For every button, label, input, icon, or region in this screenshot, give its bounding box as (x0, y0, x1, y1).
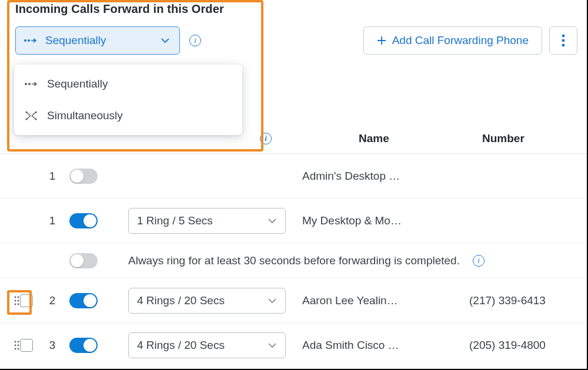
svg-point-3 (562, 39, 565, 42)
svg-point-18 (15, 341, 16, 342)
forward-mode-selected: Sequentially (45, 34, 106, 47)
forward-mode-menu: Sequentially Simultaneously (14, 65, 242, 135)
menu-item-label: Sequentially (47, 78, 108, 90)
menu-item-label: Simultaneously (47, 109, 123, 122)
ring-duration-select[interactable]: 4 Rings / 20 Secs (128, 332, 286, 358)
kebab-icon (562, 34, 565, 47)
svg-point-8 (25, 118, 27, 120)
row-checkbox[interactable] (20, 294, 33, 307)
sequential-icon (25, 80, 38, 88)
device-name: Ada Smith Cisco … (302, 339, 469, 352)
row-order: 2 (35, 294, 69, 307)
chevron-down-icon (161, 38, 170, 43)
page-title: Incoming Calls Forward in this Order (0, 0, 587, 16)
device-name: Aaron Lee Yealin… (302, 294, 469, 307)
row-order: 1 (35, 170, 69, 183)
phone-number: (205) 319-4800 (469, 339, 587, 352)
table-row: 34 Rings / 20 SecsAda Smith Cisco …(205)… (0, 323, 587, 368)
svg-point-11 (15, 296, 16, 298)
add-button-label: Add Call Forwarding Phone (392, 34, 529, 47)
ring-duration-value: 4 Rings / 20 Secs (137, 294, 225, 307)
svg-point-13 (15, 300, 16, 301)
svg-point-2 (562, 35, 565, 38)
active-toggle[interactable] (69, 338, 98, 353)
device-name: My Desktop & Mo… (302, 214, 469, 227)
plus-icon (377, 36, 386, 45)
menu-item-sequentially[interactable]: Sequentially (14, 68, 242, 100)
row-order: 1 (35, 214, 69, 227)
sequential-icon (24, 37, 37, 44)
col-header-name: Name (359, 132, 482, 145)
ring-duration-select[interactable]: 1 Ring / 5 Secs (128, 208, 286, 234)
drag-handle[interactable] (0, 296, 18, 305)
svg-point-6 (28, 83, 31, 85)
ring-duration-select[interactable]: 4 Rings / 20 Secs (128, 288, 286, 314)
svg-point-4 (562, 44, 565, 47)
svg-point-0 (24, 39, 26, 42)
always-ring-text: Always ring for at least 30 seconds befo… (128, 254, 460, 267)
svg-point-7 (25, 111, 27, 113)
drag-handle[interactable] (0, 341, 18, 350)
table-row: 11 Ring / 5 SecsMy Desktop & Mo… (0, 199, 587, 243)
ring-duration-value: 4 Rings / 20 Secs (137, 339, 225, 352)
device-name: Admin's Desktop … (302, 170, 469, 183)
row-order: 3 (35, 339, 69, 352)
active-toggle[interactable] (69, 169, 98, 184)
info-icon[interactable]: i (260, 133, 272, 144)
phone-number: (217) 339-6413 (469, 294, 587, 307)
row-checkbox[interactable] (20, 339, 33, 352)
svg-point-22 (15, 348, 16, 349)
active-toggle[interactable] (69, 293, 98, 308)
svg-point-1 (28, 39, 30, 42)
table-row: 1Admin's Desktop … (0, 154, 587, 199)
table-row: 24 Rings / 20 SecsAaron Lee Yealin…(217)… (0, 278, 587, 323)
ring-duration-value: 1 Ring / 5 Secs (137, 214, 213, 227)
info-icon[interactable]: i (189, 35, 201, 46)
info-icon[interactable]: i (473, 255, 485, 267)
svg-point-10 (35, 118, 36, 120)
chevron-down-icon (268, 218, 277, 224)
chevron-down-icon (268, 298, 277, 304)
svg-point-20 (15, 344, 16, 346)
svg-point-5 (25, 83, 27, 85)
simultaneous-icon (25, 111, 38, 120)
always-ring-toggle[interactable] (69, 253, 98, 268)
svg-point-9 (35, 111, 36, 113)
chevron-down-icon (268, 342, 277, 348)
more-actions-button[interactable] (549, 26, 577, 55)
add-call-forwarding-button[interactable]: Add Call Forwarding Phone (363, 26, 542, 55)
svg-point-15 (15, 303, 16, 305)
menu-item-simultaneously[interactable]: Simultaneously (14, 100, 242, 132)
active-toggle[interactable] (69, 213, 98, 228)
col-header-number: Number (482, 132, 582, 145)
always-ring-row: Always ring for at least 30 seconds befo… (0, 243, 587, 278)
forward-mode-dropdown[interactable]: Sequentially (15, 26, 180, 55)
